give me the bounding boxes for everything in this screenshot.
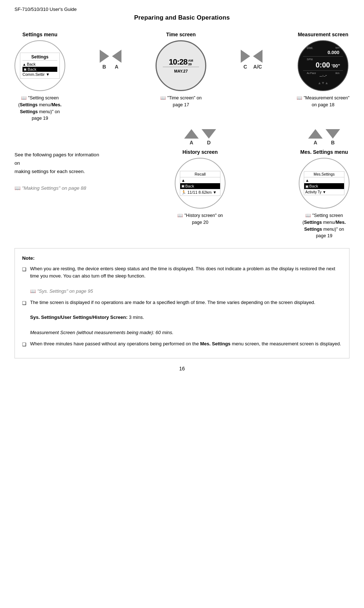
settings-item-2: ▣ Back [22,67,57,72]
meas-dist-value: 0.000 [303,50,343,55]
nav-cac: C A/C [241,50,262,70]
note-item-2: ❑ The time screen is displayed if no ope… [22,299,342,337]
meas-divider-1 [303,56,343,57]
measurement-screen-label: Measurement screen [298,32,348,37]
meas-split-value: 0:00 [315,61,330,69]
checkbox-1: ❑ [22,266,26,274]
settings-item-1: ▲ Back [22,62,57,67]
settings-menu-label: Settings menu [22,32,57,37]
history-back-text: Back [185,184,194,188]
history-row-back: ▣ Back [180,183,220,189]
nav-c-group: C [241,50,250,70]
nav-ba-arrows: B A [100,50,121,70]
mes-activity-row: Activity Ty ▼ [304,189,344,195]
left-description: See the following pages for information … [15,129,102,193]
btn-c-label: C [244,64,247,70]
arrow-left-ac [253,50,262,63]
meas-split-value-row: 0:00 '00" [303,61,343,69]
page-title: Preparing and Basic Operations [15,14,349,21]
sys-settings-link: "Sys. Settings" on page 95 [37,288,93,294]
mes-settings-screen: Mes.Settings ▲ ▣ Back Activity Ty ▼ [299,158,349,209]
btn-d-label: D [207,140,211,145]
nav-a-group: A [112,50,121,70]
book-ref-icon-5: 📖 [177,213,183,218]
meas-dist-label: Dist. [307,46,313,50]
making-settings-link: "Making Settings" on page 88 [22,185,86,191]
settings-item-3-text: Comm.Settir ▼ [22,72,50,77]
arrow-up-a [184,129,199,139]
btn-ac-label: A/C [253,64,262,70]
meas-divider-2 [303,70,343,71]
meas-pace-value: ---'--" [303,74,343,78]
mes-row-up: ▲ [304,177,344,183]
book-title: SF-710/510/310 User's Guide [15,7,77,12]
time-divider [163,67,199,67]
mes-settings-col: A B Mes. Settings menu Mes.Settings ▲ ▣ … [299,129,349,239]
nav-a-up-group: A [184,129,199,145]
left-text-line1: See the following pages for information … [15,151,102,168]
note-item-1: ❑ When you are resting, the device enter… [22,265,342,295]
measurement-screen: Dist. km 0.000 SPlit 0:00 '00" Av.Pace [298,40,348,91]
nav-cac-col: C A/C [241,32,262,70]
note-sub1: Sys. Settings/User Settings/History Scre… [30,315,144,320]
measurement-screen-col: Measurement screen Dist. km 0.000 SPlit … [297,32,349,108]
book-ref-icon-4: 📖 [15,185,21,191]
note-body-2: The time screen is displayed if no opera… [30,299,342,337]
left-text-line2: making settings for each screen. [15,168,102,176]
time-screen-col: Time screen 10:28 AM 39 MAY.27 📖 " [156,32,206,108]
time-suffix: AM 39 [188,59,193,66]
note-sub2: Measurement Screen (without measurements… [30,330,173,335]
meas-split-label: SPlit [307,58,313,61]
settings-ref: 📖 "Setting screen(Settings menu/Mes.Sett… [18,95,62,122]
meas-dist-row: Dist. km [303,46,343,50]
settings-item-2-icon: ▣ [24,67,27,71]
arrow-right-b [100,50,109,63]
header: SF-710/510/310 User's Guide [15,7,349,12]
history-inner: Recall ▲ ▣ Back 🏃 11/11 8.62km ▼ [180,171,220,196]
history-col: A D History screen Recall ▲ ▣ Back [175,129,226,226]
settings-item-1-text: Back [27,62,36,66]
time-ref: 📖 "Time screen" onpage 17 [160,95,202,108]
time-display: 10:28 AM 39 [169,58,193,66]
note-body-3-text: When three minutes have passed without a… [30,341,341,346]
meas-pace-unit: /km [335,72,339,74]
arrow-down-b [326,129,340,139]
settings-inner: Settings ▲ Back ▣ Back Comm.Settir ▼ [20,53,60,79]
history-up-icon: ▲ [181,178,185,182]
top-screens-row: Settings menu Settings ▲ Back ▣ Back Com… [15,32,349,122]
history-screen: Recall ▲ ▣ Back 🏃 11/11 8.62km ▼ [175,158,226,209]
book-ref-icon-7: 📖 [30,288,36,294]
arrow-left-a [112,50,121,63]
meas-pace-label: Av.Pace [307,72,316,74]
mes-settings-ref: 📖 "Setting screen(Settings menu/Mes.Sett… [302,212,346,239]
settings-menu-screen: Settings ▲ Back ▣ Back Comm.Settir ▼ [15,40,65,91]
checkbox-3: ❑ [22,341,26,349]
meas-indicator-icon: ▲▼▲ [318,81,328,85]
mes-back-icon: ▣ [305,184,309,188]
book-ref-icon-6: 📖 [305,213,311,218]
book-ref-icon-3: 📖 [297,95,302,100]
history-data-icon: 🏃 [181,190,186,195]
mes-back-text: Back [309,184,318,188]
history-data-row: 🏃 11/11 8.62km ▼ [180,189,220,196]
measurement-ref: 📖 "Measurement screen"on page 18 [297,95,349,108]
settings-item-3: Comm.Settir ▼ [22,72,57,77]
history-row-up: ▲ [180,177,220,183]
arrow-down-d [202,129,216,139]
mes-title: Mes.Settings [304,172,344,177]
btn-b-label-2: B [331,140,335,145]
history-ref: 📖 "History screen" onpage 20 [177,212,223,226]
arrow-right-c [241,50,250,63]
nav-a-up-group2: A [308,129,323,145]
bottom-screens-row: See the following pages for information … [15,129,349,239]
time-screen: 10:28 AM 39 MAY.27 [156,40,206,91]
mes-settings-menu-label: Mes. Settings menu [300,149,348,155]
note-box: Note: ❑ When you are resting, the device… [15,248,349,358]
mes-up-icon: ▲ [305,178,309,182]
btn-b-label: B [102,64,106,70]
meas-inner: Dist. km 0.000 SPlit 0:00 '00" Av.Pace [303,45,343,87]
checkbox-2: ❑ [22,300,26,307]
mes-row-back: ▣ Back [304,183,344,189]
meas-indicator: ▲▼▲ [303,79,343,85]
time-date: MAY.27 [174,69,188,73]
